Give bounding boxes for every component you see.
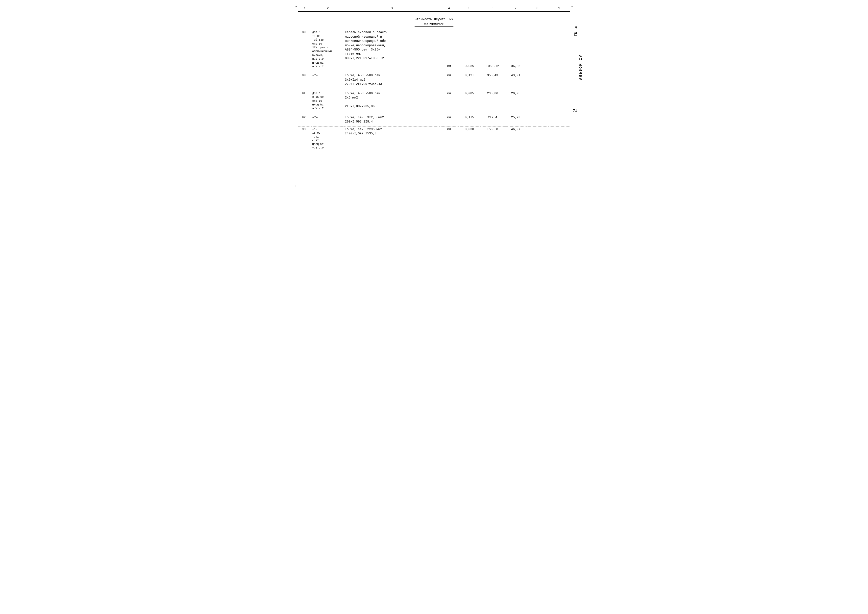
row-93-num: 93. xyxy=(298,126,312,151)
row-90-num: 90. xyxy=(298,73,312,88)
row-89-qty: 0,035 xyxy=(459,29,480,70)
row-91-col8 xyxy=(527,91,549,112)
row-91-ref: Доп.8к I5–09стр.I0ЦРСЦ №Iч.У т.I xyxy=(312,91,344,112)
side-label-tsh: ТШ № xyxy=(574,25,578,36)
row-92-total: 25,23 xyxy=(505,115,527,125)
row-91-qty: 0,085 xyxy=(459,91,480,112)
col-header-4: 4 xyxy=(440,5,459,12)
table-row: 89. доп.8I5–09таб.538стр.I020% прим.с ал… xyxy=(298,29,570,70)
col-header-8: 8 xyxy=(527,5,549,12)
row-89-total: 36,86 xyxy=(505,29,527,70)
row-91-num: 9I. xyxy=(298,91,312,112)
row-90-desc: То же, АВВГ-500 сеч.3х6+Iх4 мм2270хI,2хI… xyxy=(344,73,440,88)
row-93-col8 xyxy=(527,126,549,151)
row-93-col9 xyxy=(549,126,570,151)
row-93-desc: То же, сеч. 2х95 мм2I400хI,097=I535,8 xyxy=(344,126,440,151)
row-92-ref: –"– xyxy=(312,115,344,125)
row-91-price: 235,86 xyxy=(480,91,505,112)
row-92-unit: км xyxy=(440,115,459,125)
row-90-qty: 0,I2I xyxy=(459,73,480,88)
row-90-unit: км xyxy=(440,73,459,88)
main-table: 1 2 3 4 5 6 7 8 9 Стоимость неучтенных м… xyxy=(298,5,570,166)
row-92-price: 2I9,4 xyxy=(480,115,505,125)
row-92-desc: То же, сеч. 3х2,5 мм2200хI,097=2I9,4 xyxy=(344,115,440,125)
row-93-price: I535,8 xyxy=(480,126,505,151)
row-92-col8 xyxy=(527,115,549,125)
row-89-ref: доп.8I5–09таб.538стр.I020% прим.с алюмин… xyxy=(312,29,344,70)
col-header-1: 1 xyxy=(298,5,312,12)
corner-mark-bottom-left: L xyxy=(296,185,297,188)
col-header-9: 9 xyxy=(549,5,570,12)
section-title: Стоимость неучтенных материалов xyxy=(415,17,453,27)
row-93-qty: 0,030 xyxy=(459,126,480,151)
row-90-col8 xyxy=(527,73,549,88)
col-header-2: 2 xyxy=(312,5,344,12)
row-90-ref: –"– xyxy=(312,73,344,88)
col-header-6: 6 xyxy=(480,5,505,12)
table-row: 90. –"– То же, АВВГ-500 сеч.3х6+Iх4 мм22… xyxy=(298,73,570,88)
row-90-col9 xyxy=(549,73,570,88)
row-89-price: I053,I2 xyxy=(480,29,505,70)
corner-mark-top-left: ⌐ xyxy=(296,5,297,8)
row-92-num: 92. xyxy=(298,115,312,125)
side-label-album: АЛЬБОМ IV xyxy=(579,54,583,80)
row-93-total: 46,07 xyxy=(505,126,527,151)
row-89-col8 xyxy=(527,29,549,70)
row-93-unit: км xyxy=(440,126,459,151)
row-93-ref: –"–I5–09т.4Iс.37ЦРСЦ №Iт.I ч.У xyxy=(312,126,344,151)
row-89-col9 xyxy=(549,29,570,70)
row-90-total: 43,0I xyxy=(505,73,527,88)
side-num: 71 xyxy=(573,109,577,113)
row-91-desc: То же, АВВГ-500 сеч.2х6 мм22I5хI,097=235… xyxy=(344,91,440,112)
corner-mark-top-right: ¬ xyxy=(571,5,572,8)
table-header: 1 2 3 4 5 6 7 8 9 xyxy=(298,5,570,12)
row-91-total: 20,05 xyxy=(505,91,527,112)
section-title-row: Стоимость неучтенных материалов xyxy=(298,12,570,30)
col-header-3: 3 xyxy=(344,5,440,12)
col-header-7: 7 xyxy=(505,5,527,12)
row-89-desc: Кабель силовой с пласт-массовой изоляцие… xyxy=(344,29,440,70)
row-89-num: 89. xyxy=(298,29,312,70)
row-91-col9 xyxy=(549,91,570,112)
row-90-price: 355,43 xyxy=(480,73,505,88)
table-row: 9I. Доп.8к I5–09стр.I0ЦРСЦ №Iч.У т.I То … xyxy=(298,91,570,112)
row-91-unit: км xyxy=(440,91,459,112)
table-row: 93. –"–I5–09т.4Iс.37ЦРСЦ №Iт.I ч.У То же… xyxy=(298,126,570,151)
page-container: ⌐ ¬ ТШ № АЛЬБОМ IV 71 1 2 3 4 5 6 7 xyxy=(298,5,570,191)
row-92-qty: 0,II5 xyxy=(459,115,480,125)
table-row: 92. –"– То же, сеч. 3х2,5 мм2200хI,097=2… xyxy=(298,115,570,125)
col-header-5: 5 xyxy=(459,5,480,12)
row-89-unit: км xyxy=(440,29,459,70)
row-92-col9 xyxy=(549,115,570,125)
